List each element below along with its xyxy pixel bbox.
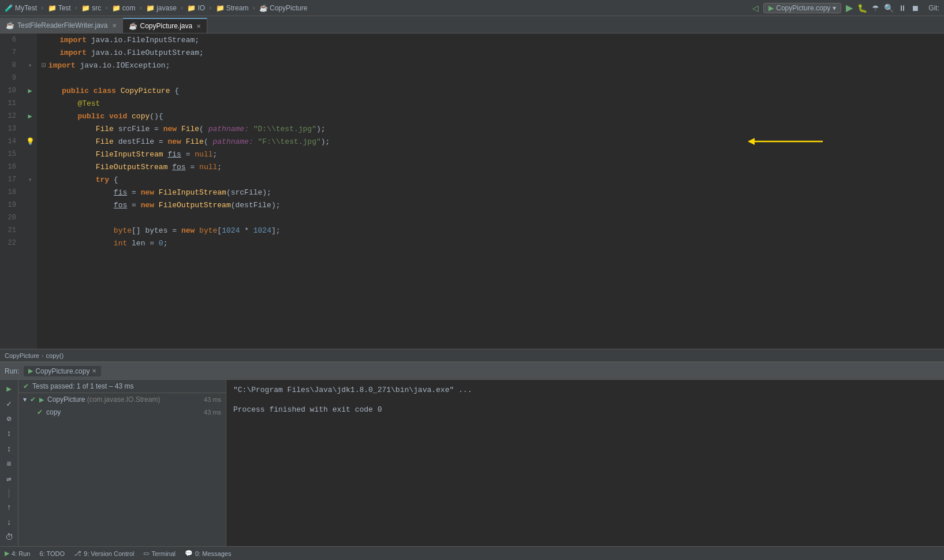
test-tree: ✔ Tests passed: 1 of 1 test – 43 ms ▾ ✔ … <box>18 380 226 546</box>
code-line-21: byte[] bytes = new byte[1024 * 1024]; <box>37 224 944 237</box>
tab-testfilereader-icon: ☕ <box>6 21 14 29</box>
run-up-button[interactable]: ↑ <box>2 501 16 514</box>
ln-10: 10 <box>0 84 20 97</box>
breadcrumb-method[interactable]: copy() <box>46 352 64 359</box>
status-terminal[interactable]: ▭ Terminal <box>143 550 176 557</box>
tab-copypicture-close[interactable]: ✕ <box>196 23 201 29</box>
nav-javase-icon: 📁 <box>146 4 155 12</box>
editor-area: 6 7 8 9 10 11 12 13 14 15 16 17 18 19 20… <box>0 33 944 361</box>
nav-test[interactable]: 📁 Test <box>48 4 71 12</box>
tab-copypicture[interactable]: ☕ CopyPicture.java ✕ <box>123 18 208 33</box>
gutter-17[interactable]: ▾ <box>23 173 37 186</box>
code-line-11: @Test <box>37 97 944 110</box>
breadcrumb-class[interactable]: CopyPicture <box>5 352 39 359</box>
nav-stream-icon: 📁 <box>216 4 225 12</box>
nav-stream[interactable]: 📁 Stream <box>216 4 249 12</box>
nav-test-icon: 📁 <box>48 4 57 12</box>
nav-mytest[interactable]: 🧪 MyTest <box>5 4 37 12</box>
code-container[interactable]: 6 7 8 9 10 11 12 13 14 15 16 17 18 19 20… <box>0 33 944 349</box>
gutter-14[interactable]: 💡 <box>23 135 37 148</box>
nav-src[interactable]: 📁 src <box>81 4 101 12</box>
code-line-17: try { <box>37 173 944 186</box>
gutter-16 <box>23 160 37 173</box>
run-play-button[interactable]: ▶ <box>2 382 16 395</box>
ln-15: 15 <box>0 148 20 160</box>
ln-22: 22 <box>0 237 20 249</box>
gutter-22 <box>23 237 37 249</box>
gutter-6 <box>23 33 37 46</box>
run-button[interactable]: ▶ <box>846 2 853 13</box>
status-todo[interactable]: 6: TODO <box>39 550 65 557</box>
bulb-icon[interactable]: 💡 <box>26 137 35 146</box>
debug-button[interactable]: 🐛 <box>857 3 867 13</box>
breadcrumb: CopyPicture › copy() <box>0 349 944 361</box>
code-line-8: ⊡import java.io.IOException; <box>37 59 944 72</box>
status-run[interactable]: ▶ 4: Run <box>5 550 30 557</box>
test-item-root[interactable]: ▾ ✔ ▶ CopyPicture (com.javase.IO.Stream)… <box>18 393 226 406</box>
svg-marker-1 <box>748 138 755 145</box>
run-tab-close[interactable]: ✕ <box>92 368 96 374</box>
gutter-8[interactable]: ▾ <box>23 59 37 72</box>
check-icon-root: ✔ <box>30 395 36 404</box>
nav-javase[interactable]: 📁 javase <box>146 4 177 12</box>
ln-20: 20 <box>0 211 20 224</box>
nav-sep-6: › <box>208 5 212 12</box>
ln-16: 16 <box>0 160 20 173</box>
nav-src-icon: 📁 <box>81 4 90 12</box>
coverage-button[interactable]: ☂ <box>872 3 879 13</box>
nav-copypicture[interactable]: ☕ CopyPicture <box>259 4 307 12</box>
vcs-icon: ⎇ <box>74 550 81 557</box>
profile-button[interactable]: 🔍 <box>884 3 894 13</box>
gutter-21 <box>23 224 37 237</box>
status-vcs[interactable]: ⎇ 9: Version Control <box>74 550 134 557</box>
nav-mytest-icon: 🧪 <box>5 4 13 12</box>
gutter-9 <box>23 72 37 84</box>
nav-sep-1: › <box>40 5 44 12</box>
console-line-1: "C:\Program Files\Java\jdk1.8.0_271\bin\… <box>233 386 937 394</box>
run-rerun-button[interactable]: ↕ <box>2 427 16 440</box>
pause-button[interactable]: ⏸ <box>898 3 906 13</box>
nav-back-icon[interactable]: ◁ <box>752 3 759 13</box>
run-tab-icon: ▶ <box>28 367 33 375</box>
run-rerun2-button[interactable]: ↕ <box>2 443 16 456</box>
gutter-13 <box>23 122 37 135</box>
test-item-copy[interactable]: ✔ copy 43 ms <box>18 406 226 419</box>
test-copy-time: 43 ms <box>204 409 221 416</box>
code-line-10: public class CopyPicture { <box>37 84 944 97</box>
gutter-12[interactable]: ▶ <box>23 110 37 122</box>
code-content[interactable]: import java.io.FileInputStream; import j… <box>37 33 944 349</box>
nav-io[interactable]: 📁 IO <box>187 4 205 12</box>
nav-com[interactable]: 📁 com <box>112 4 136 12</box>
code-line-13: File srcFile = new File( pathname: "D:\\… <box>37 122 944 135</box>
nav-sep-2: › <box>74 5 79 12</box>
yellow-arrow <box>748 137 829 146</box>
tab-testfilereader[interactable]: ☕ TestFileReaderFileWriter.java ✕ <box>0 18 123 33</box>
run-config-dropdown[interactable]: ▶ CopyPicture.copy ▾ <box>763 3 841 13</box>
stop-button[interactable]: ⏹ <box>911 3 919 13</box>
run-tab[interactable]: ▶ CopyPicture.copy ✕ <box>24 366 101 376</box>
run-stop-button[interactable]: ⊘ <box>2 412 16 425</box>
tab-testfilereader-close[interactable]: ✕ <box>112 23 117 29</box>
nav-sep-7: › <box>252 5 256 12</box>
run-clock-button[interactable]: ⏱ <box>2 531 16 544</box>
line-numbers: 6 7 8 9 10 11 12 13 14 15 16 17 18 19 20… <box>0 33 23 349</box>
tab-copypicture-label: CopyPicture.java <box>140 22 193 30</box>
run-align-button[interactable]: ≡ <box>2 458 16 471</box>
run-down-button[interactable]: ↓ <box>2 516 16 529</box>
console-line-3: Process finished with exit code 0 <box>233 405 937 414</box>
fold-icon-8[interactable]: ⊡ <box>42 61 46 70</box>
status-messages[interactable]: 💬 0: Messages <box>185 550 231 557</box>
ln-17: 17 <box>0 173 20 186</box>
run-config-label: CopyPicture.copy <box>776 4 830 12</box>
ln-8: 8 <box>0 59 20 72</box>
gutter-10[interactable]: ▶ <box>23 84 37 97</box>
code-line-14: File destFile = new File( pathname: "F:\… <box>37 135 944 148</box>
gutter-15 <box>23 148 37 160</box>
nav-sep-4: › <box>139 5 143 12</box>
check-icon-copy: ✔ <box>37 408 43 416</box>
git-label: Git: <box>928 4 939 12</box>
ln-13: 13 <box>0 122 20 135</box>
nav-io-icon: 📁 <box>187 4 196 12</box>
run-sort-button[interactable]: ⇌ <box>2 473 16 486</box>
run-check-button[interactable]: ✓ <box>2 397 16 410</box>
